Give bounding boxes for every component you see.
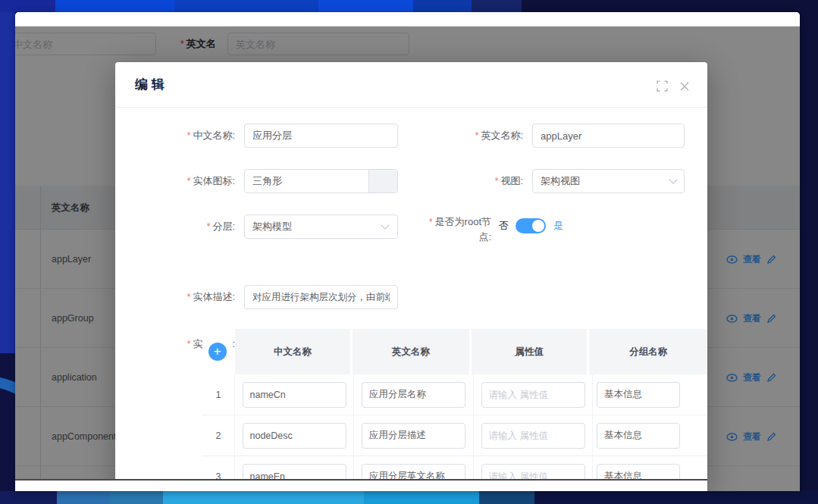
header-name-cn: 中文名称 <box>235 329 351 374</box>
header-value: 属性值 <box>472 329 588 374</box>
row-index: 1 <box>202 374 235 415</box>
edit-modal: 编辑 *中文名称: *英文名称: *实体图标: <box>115 62 707 491</box>
add-attribute-button[interactable]: + <box>208 343 227 361</box>
top-bar-segment <box>413 0 472 12</box>
top-bar-segment <box>55 0 174 12</box>
attr-name-cn-input[interactable] <box>243 382 346 408</box>
attribute-table-header: + 中文名称 英文名称 属性值 分组名称 <box>202 329 707 374</box>
icon-preview-box[interactable] <box>368 170 397 193</box>
bottom-bar-segment <box>163 491 364 504</box>
window-chrome-strip <box>15 12 800 27</box>
attribute-table: + 中文名称 英文名称 属性值 分组名称 1 2 <box>202 329 707 491</box>
attr-name-cn-input[interactable] <box>243 423 346 449</box>
bottom-bar-segment <box>479 491 534 504</box>
required-mark: * <box>187 292 191 302</box>
attr-group-input[interactable] <box>597 423 680 449</box>
header-name-en: 英文名称 <box>353 329 469 374</box>
required-mark: * <box>187 176 191 186</box>
desktop-left-edge <box>0 12 15 491</box>
attr-value-input[interactable] <box>481 423 585 449</box>
modal-header-divider <box>115 107 707 108</box>
layer-label: *分层: <box>130 214 235 239</box>
bottom-bar-segment <box>364 491 479 504</box>
row-index: 2 <box>202 415 235 455</box>
required-mark: * <box>187 339 191 349</box>
desktop-left-edge-lower <box>0 353 15 491</box>
top-bar-segment <box>472 0 522 12</box>
name-en-label: *英文名称: <box>418 124 523 148</box>
close-icon[interactable] <box>680 82 689 91</box>
entity-icon-label: *实体图标: <box>130 169 235 193</box>
toggle-on-label: 是 <box>553 218 563 233</box>
name-en-input[interactable] <box>532 124 685 148</box>
attr-group-input[interactable] <box>597 382 680 408</box>
required-mark: * <box>429 217 433 227</box>
bottom-bar-segment <box>110 491 163 504</box>
desktop-wallpaper-arc <box>0 376 15 491</box>
desktop-right-edge <box>800 12 818 491</box>
required-mark: * <box>187 130 191 141</box>
name-cn-label: *中文名称: <box>130 124 235 148</box>
required-mark: * <box>495 176 499 186</box>
attr-value-input[interactable] <box>481 382 585 408</box>
top-bar-segment <box>522 0 818 12</box>
bottom-bar-segment <box>534 491 818 504</box>
fullscreen-icon[interactable] <box>657 80 668 92</box>
bottom-bar-segment <box>57 491 110 504</box>
entity-icon-field <box>244 169 398 193</box>
top-bar-segment <box>318 0 413 12</box>
entity-desc-label: *实体描述: <box>130 285 235 309</box>
bottom-bar-segment <box>0 491 57 504</box>
app-window: *英文名 英文名称 appLayer 查看 appGroup 查看 applic… <box>15 12 800 491</box>
required-mark: * <box>207 221 211 232</box>
top-bar-segment <box>0 0 55 12</box>
view-select[interactable] <box>532 169 685 193</box>
is-root-toggle[interactable] <box>516 218 546 233</box>
bottom-scrollbar-track[interactable] <box>15 479 707 491</box>
attr-name-en-input[interactable] <box>362 423 465 449</box>
name-cn-input[interactable] <box>244 124 398 148</box>
view-label: *视图: <box>418 169 523 193</box>
header-group: 分组名称 <box>589 329 707 374</box>
attr-name-en-input[interactable] <box>362 382 465 408</box>
layer-select[interactable] <box>244 214 398 239</box>
desktop-top-bar <box>0 0 818 12</box>
desktop-bottom-bar <box>0 491 818 504</box>
entity-desc-input[interactable] <box>244 285 398 309</box>
attribute-row: 2 <box>202 415 707 456</box>
modal-title: 编辑 <box>135 76 168 93</box>
attribute-row: 1 <box>202 374 707 415</box>
toggle-off-label: 否 <box>499 218 509 233</box>
page-content: *英文名 英文名称 appLayer 查看 appGroup 查看 applic… <box>15 27 800 491</box>
top-bar-segment <box>174 0 318 12</box>
is-root-label: *是否为root节点: <box>418 214 491 244</box>
required-mark: * <box>475 130 479 141</box>
toggle-knob <box>532 220 544 232</box>
